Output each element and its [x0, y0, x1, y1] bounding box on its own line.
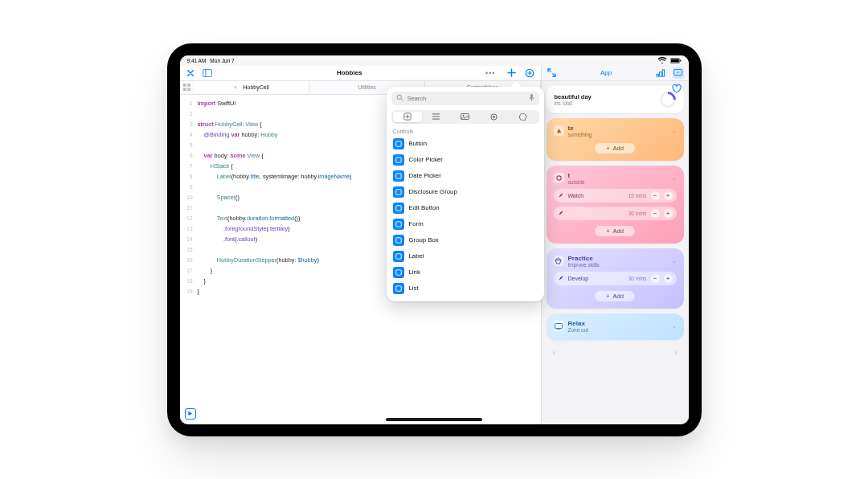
svg-rect-7	[187, 84, 190, 87]
library-search-input[interactable]	[407, 95, 525, 102]
code-content[interactable]: }	[198, 265, 213, 276]
library-item[interactable]: Edit Button	[391, 200, 539, 216]
line-number: 12	[180, 213, 198, 223]
increment-button[interactable]: +	[664, 191, 673, 200]
library-item[interactable]: Link	[391, 264, 539, 280]
library-item[interactable]: Form	[391, 216, 539, 232]
svg-rect-28	[395, 237, 400, 242]
library-search[interactable]	[391, 92, 539, 105]
svg-rect-1	[670, 59, 678, 62]
library-item-label: Date Picker	[409, 172, 441, 179]
code-content[interactable]: }	[198, 286, 199, 297]
library-button[interactable]	[524, 67, 536, 79]
decrement-button[interactable]: −	[651, 191, 660, 200]
code-content[interactable]: var body: some View {	[198, 150, 264, 161]
close-button[interactable]	[185, 67, 197, 79]
hobby-row[interactable]: Watch15 mins−+	[554, 189, 677, 203]
code-content[interactable]: Text(hobby.duration.formatted())	[198, 213, 301, 223]
add-hobby-button[interactable]: +Add	[595, 226, 635, 236]
card-header[interactable]: RelaxZone out⌄	[554, 320, 677, 333]
row-icon	[558, 275, 564, 282]
library-item[interactable]: Label	[391, 248, 539, 264]
line-number: 7	[180, 161, 198, 171]
plus-icon: +	[606, 227, 609, 235]
preview-settings-icon[interactable]	[655, 68, 666, 79]
hobby-card[interactable]: RelaxZone out⌄	[547, 313, 684, 340]
card-header[interactable]: toutside⌄	[554, 172, 677, 185]
code-content[interactable]: struct HobbyCell: View {	[198, 119, 262, 129]
code-content[interactable]: .font(.callout)	[198, 234, 258, 244]
line-number: 3	[180, 119, 198, 129]
sidebar-toggle-icon[interactable]	[202, 67, 214, 79]
add-hobby-button[interactable]: +Add	[595, 291, 635, 301]
chevron-down-icon[interactable]: ⌄	[672, 258, 677, 264]
chevron-down-icon[interactable]: ⌄	[672, 128, 677, 134]
segment-colors-icon[interactable]	[509, 112, 538, 122]
increment-button[interactable]: +	[664, 274, 673, 283]
library-item[interactable]: Date Picker	[391, 168, 539, 184]
hobby-row[interactable]: 30 mins−+	[554, 207, 677, 220]
decrement-button[interactable]: −	[651, 209, 660, 218]
code-content[interactable]: HobbyDurationStepper(hobby: $hobby)	[198, 255, 319, 265]
enter-fullscreen-icon[interactable]	[547, 68, 558, 79]
library-item-label: List	[409, 285, 419, 292]
card-title: Practice	[568, 255, 600, 262]
segment-snippets-icon[interactable]	[480, 112, 509, 122]
tab-close-icon[interactable]: ×	[234, 84, 238, 91]
decrement-button[interactable]: −	[651, 274, 660, 283]
card-header[interactable]: tesomething⌄	[554, 125, 677, 137]
nav-forward-icon[interactable]: ›	[674, 347, 678, 357]
library-item[interactable]: Group Box	[391, 232, 539, 248]
plus-icon: +	[606, 293, 609, 300]
library-item[interactable]: Button	[391, 136, 539, 152]
segment-modifiers-icon[interactable]	[422, 112, 451, 122]
add-hobby-button[interactable]: +Add	[595, 143, 635, 154]
library-category-segments[interactable]	[391, 110, 539, 124]
svg-rect-23	[395, 157, 400, 162]
hobby-row[interactable]: Develop30 mins−+	[554, 272, 677, 285]
home-indicator[interactable]	[386, 418, 482, 421]
library-item[interactable]: List	[391, 280, 539, 297]
favorite-icon[interactable]	[672, 84, 682, 94]
increment-button[interactable]: +	[664, 209, 673, 218]
code-content[interactable]: HStack {	[198, 161, 233, 171]
run-button[interactable]	[185, 408, 196, 420]
code-content[interactable]: Label(hobby.title, systemImage: hobby.im…	[198, 171, 352, 182]
tab-overview-icon[interactable]	[180, 81, 194, 94]
summary-card[interactable]: beautiful day ins total	[547, 86, 684, 113]
library-list: ButtonColor PickerDate PickerDisclosure …	[391, 136, 539, 297]
code-content[interactable]: Spacer()	[198, 192, 240, 203]
preview-canvas[interactable]: beautiful day ins total tesomething⌄+Add…	[542, 81, 689, 424]
line-number: 17	[180, 265, 198, 276]
library-item[interactable]: Disclosure Group	[391, 184, 539, 200]
summary-title: beautiful day	[555, 93, 653, 100]
code-content[interactable]: .foregroundStyle(.tertiary)	[198, 223, 290, 234]
code-content[interactable]: import SwiftUI	[198, 98, 236, 108]
preview-device-icon[interactable]	[673, 68, 684, 79]
svg-rect-34	[662, 70, 664, 76]
tab-hobbycell[interactable]: × HobbyCell	[194, 81, 310, 94]
row-icon	[558, 210, 564, 217]
segment-media-icon[interactable]	[451, 112, 480, 122]
svg-rect-33	[660, 72, 662, 77]
segment-views-icon[interactable]	[393, 112, 422, 122]
library-item-label: Disclosure Group	[409, 188, 457, 195]
row-duration: 30 mins	[628, 276, 647, 281]
hobby-card[interactable]: tesomething⌄+Add	[547, 118, 684, 161]
hobby-card[interactable]: toutside⌄Watch15 mins−+30 mins−++Add	[547, 166, 684, 244]
microphone-icon[interactable]	[529, 94, 534, 103]
card-header[interactable]: PracticeImprove skills⌄	[554, 255, 677, 268]
svg-rect-9	[187, 88, 190, 91]
card-title: t	[568, 172, 585, 179]
hobby-card[interactable]: PracticeImprove skills⌄Develop30 mins−++…	[547, 248, 684, 309]
nav-back-icon[interactable]: ‹	[553, 347, 556, 357]
code-content[interactable]: @Binding var hobby: Hobby	[198, 129, 278, 140]
line-number: 11	[180, 203, 198, 213]
chevron-down-icon[interactable]: ⌄	[672, 323, 677, 330]
add-button[interactable]	[506, 67, 518, 79]
chevron-down-icon[interactable]: ⌄	[672, 175, 677, 182]
svg-rect-30	[395, 269, 400, 274]
overflow-menu-icon[interactable]: •••	[485, 69, 495, 77]
code-content[interactable]: }	[198, 276, 207, 286]
library-item[interactable]: Color Picker	[391, 152, 539, 168]
